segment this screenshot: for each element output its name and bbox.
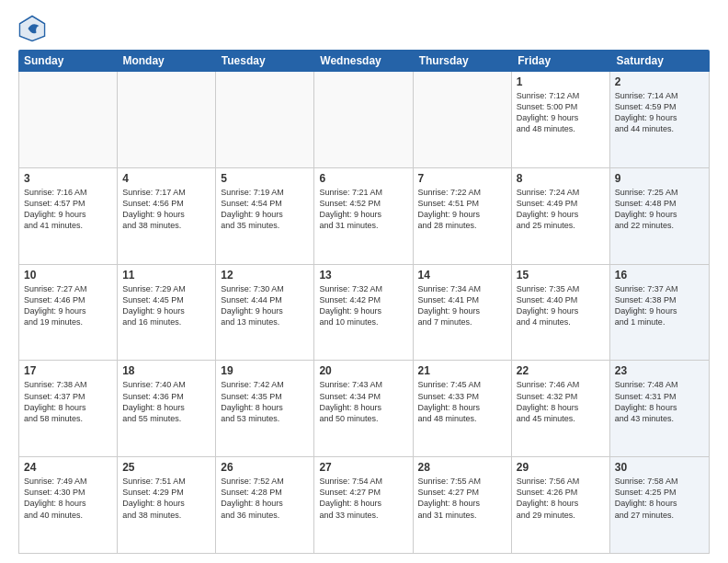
cal-header-monday: Monday xyxy=(117,50,215,72)
cal-cell: 14Sunrise: 7:34 AM Sunset: 4:41 PM Dayli… xyxy=(414,265,512,361)
cal-cell xyxy=(19,72,118,167)
cal-cell: 26Sunrise: 7:52 AM Sunset: 4:28 PM Dayli… xyxy=(216,457,314,553)
day-info: Sunrise: 7:22 AM Sunset: 4:51 PM Dayligh… xyxy=(418,187,506,232)
day-info: Sunrise: 7:40 AM Sunset: 4:36 PM Dayligh… xyxy=(122,379,210,424)
day-number: 23 xyxy=(615,364,704,377)
cal-header-sunday: Sunday xyxy=(18,50,117,72)
day-info: Sunrise: 7:19 AM Sunset: 4:54 PM Dayligh… xyxy=(221,187,309,232)
cal-cell: 8Sunrise: 7:24 AM Sunset: 4:49 PM Daylig… xyxy=(512,168,610,264)
day-info: Sunrise: 7:17 AM Sunset: 4:56 PM Dayligh… xyxy=(122,187,210,232)
day-info: Sunrise: 7:56 AM Sunset: 4:26 PM Dayligh… xyxy=(517,476,605,521)
cal-cell xyxy=(118,72,216,167)
day-number: 12 xyxy=(221,269,309,282)
cal-cell: 9Sunrise: 7:25 AM Sunset: 4:48 PM Daylig… xyxy=(610,168,709,264)
day-info: Sunrise: 7:34 AM Sunset: 4:41 PM Dayligh… xyxy=(418,283,506,328)
day-number: 24 xyxy=(24,461,112,474)
day-number: 21 xyxy=(418,364,506,377)
week-2: 3Sunrise: 7:16 AM Sunset: 4:57 PM Daylig… xyxy=(19,168,709,265)
cal-cell: 18Sunrise: 7:40 AM Sunset: 4:36 PM Dayli… xyxy=(118,361,216,456)
day-number: 30 xyxy=(615,461,704,474)
day-number: 7 xyxy=(418,172,506,185)
day-info: Sunrise: 7:52 AM Sunset: 4:28 PM Dayligh… xyxy=(221,476,309,521)
day-info: Sunrise: 7:37 AM Sunset: 4:38 PM Dayligh… xyxy=(615,283,704,328)
day-info: Sunrise: 7:30 AM Sunset: 4:44 PM Dayligh… xyxy=(221,283,309,328)
cal-cell: 19Sunrise: 7:42 AM Sunset: 4:35 PM Dayli… xyxy=(216,361,314,456)
day-info: Sunrise: 7:21 AM Sunset: 4:52 PM Dayligh… xyxy=(319,187,407,232)
day-number: 18 xyxy=(122,364,210,377)
cal-cell: 21Sunrise: 7:45 AM Sunset: 4:33 PM Dayli… xyxy=(414,361,512,456)
day-number: 2 xyxy=(615,75,704,88)
day-number: 22 xyxy=(517,364,605,377)
day-number: 13 xyxy=(319,269,407,282)
day-number: 15 xyxy=(517,269,605,282)
week-1: 1Sunrise: 7:12 AM Sunset: 5:00 PM Daylig… xyxy=(19,72,709,168)
calendar: SundayMondayTuesdayWednesdayThursdayFrid… xyxy=(18,50,710,554)
cal-cell: 5Sunrise: 7:19 AM Sunset: 4:54 PM Daylig… xyxy=(216,168,314,264)
day-number: 1 xyxy=(517,75,605,88)
day-number: 27 xyxy=(319,461,407,474)
cal-cell xyxy=(314,72,413,167)
day-info: Sunrise: 7:38 AM Sunset: 4:37 PM Dayligh… xyxy=(24,379,112,424)
cal-cell: 2Sunrise: 7:14 AM Sunset: 4:59 PM Daylig… xyxy=(610,72,709,167)
day-number: 20 xyxy=(319,364,407,377)
day-number: 5 xyxy=(221,172,309,185)
cal-header-wednesday: Wednesday xyxy=(314,50,413,72)
cal-cell: 22Sunrise: 7:46 AM Sunset: 4:32 PM Dayli… xyxy=(512,361,610,456)
cal-header-tuesday: Tuesday xyxy=(216,50,314,72)
cal-cell: 3Sunrise: 7:16 AM Sunset: 4:57 PM Daylig… xyxy=(19,168,118,264)
cal-cell: 12Sunrise: 7:30 AM Sunset: 4:44 PM Dayli… xyxy=(216,265,314,361)
day-info: Sunrise: 7:16 AM Sunset: 4:57 PM Dayligh… xyxy=(24,187,112,232)
day-info: Sunrise: 7:51 AM Sunset: 4:29 PM Dayligh… xyxy=(122,476,210,521)
cal-cell: 20Sunrise: 7:43 AM Sunset: 4:34 PM Dayli… xyxy=(314,361,413,456)
day-number: 3 xyxy=(24,172,112,185)
cal-cell: 28Sunrise: 7:55 AM Sunset: 4:27 PM Dayli… xyxy=(414,457,512,553)
cal-cell: 11Sunrise: 7:29 AM Sunset: 4:45 PM Dayli… xyxy=(118,265,216,361)
day-number: 11 xyxy=(122,269,210,282)
day-info: Sunrise: 7:24 AM Sunset: 4:49 PM Dayligh… xyxy=(517,187,605,232)
day-info: Sunrise: 7:54 AM Sunset: 4:27 PM Dayligh… xyxy=(319,476,407,521)
cal-cell: 23Sunrise: 7:48 AM Sunset: 4:31 PM Dayli… xyxy=(610,361,709,456)
day-info: Sunrise: 7:58 AM Sunset: 4:25 PM Dayligh… xyxy=(615,476,704,521)
cal-cell: 4Sunrise: 7:17 AM Sunset: 4:56 PM Daylig… xyxy=(118,168,216,264)
logo-icon xyxy=(18,15,46,42)
day-number: 19 xyxy=(221,364,309,377)
cal-cell xyxy=(216,72,314,167)
day-info: Sunrise: 7:48 AM Sunset: 4:31 PM Dayligh… xyxy=(615,379,704,424)
cal-cell: 30Sunrise: 7:58 AM Sunset: 4:25 PM Dayli… xyxy=(610,457,709,553)
day-info: Sunrise: 7:29 AM Sunset: 4:45 PM Dayligh… xyxy=(122,283,210,328)
cal-cell: 6Sunrise: 7:21 AM Sunset: 4:52 PM Daylig… xyxy=(314,168,413,264)
day-info: Sunrise: 7:32 AM Sunset: 4:42 PM Dayligh… xyxy=(319,283,407,328)
day-number: 16 xyxy=(615,269,704,282)
day-number: 4 xyxy=(122,172,210,185)
cal-cell: 7Sunrise: 7:22 AM Sunset: 4:51 PM Daylig… xyxy=(414,168,512,264)
header xyxy=(18,15,710,42)
cal-header-friday: Friday xyxy=(512,50,610,72)
day-number: 17 xyxy=(24,364,112,377)
day-info: Sunrise: 7:35 AM Sunset: 4:40 PM Dayligh… xyxy=(517,283,605,328)
cal-cell: 15Sunrise: 7:35 AM Sunset: 4:40 PM Dayli… xyxy=(512,265,610,361)
day-info: Sunrise: 7:46 AM Sunset: 4:32 PM Dayligh… xyxy=(517,379,605,424)
day-info: Sunrise: 7:55 AM Sunset: 4:27 PM Dayligh… xyxy=(418,476,506,521)
week-4: 17Sunrise: 7:38 AM Sunset: 4:37 PM Dayli… xyxy=(19,361,709,457)
day-number: 28 xyxy=(418,461,506,474)
day-info: Sunrise: 7:45 AM Sunset: 4:33 PM Dayligh… xyxy=(418,379,506,424)
cal-cell: 1Sunrise: 7:12 AM Sunset: 5:00 PM Daylig… xyxy=(512,72,610,167)
cal-cell xyxy=(414,72,512,167)
day-info: Sunrise: 7:43 AM Sunset: 4:34 PM Dayligh… xyxy=(319,379,407,424)
day-number: 14 xyxy=(418,269,506,282)
cal-cell: 25Sunrise: 7:51 AM Sunset: 4:29 PM Dayli… xyxy=(118,457,216,553)
page: SundayMondayTuesdayWednesdayThursdayFrid… xyxy=(0,0,728,563)
day-info: Sunrise: 7:42 AM Sunset: 4:35 PM Dayligh… xyxy=(221,379,309,424)
cal-header-thursday: Thursday xyxy=(414,50,512,72)
cal-header-saturday: Saturday xyxy=(611,50,710,72)
calendar-header: SundayMondayTuesdayWednesdayThursdayFrid… xyxy=(18,50,710,72)
calendar-body: 1Sunrise: 7:12 AM Sunset: 5:00 PM Daylig… xyxy=(18,72,710,554)
cal-cell: 10Sunrise: 7:27 AM Sunset: 4:46 PM Dayli… xyxy=(19,265,118,361)
day-info: Sunrise: 7:12 AM Sunset: 5:00 PM Dayligh… xyxy=(517,90,605,135)
logo xyxy=(18,15,50,42)
week-3: 10Sunrise: 7:27 AM Sunset: 4:46 PM Dayli… xyxy=(19,265,709,362)
week-5: 24Sunrise: 7:49 AM Sunset: 4:30 PM Dayli… xyxy=(19,457,709,553)
day-number: 26 xyxy=(221,461,309,474)
day-number: 8 xyxy=(517,172,605,185)
day-info: Sunrise: 7:25 AM Sunset: 4:48 PM Dayligh… xyxy=(615,187,704,232)
